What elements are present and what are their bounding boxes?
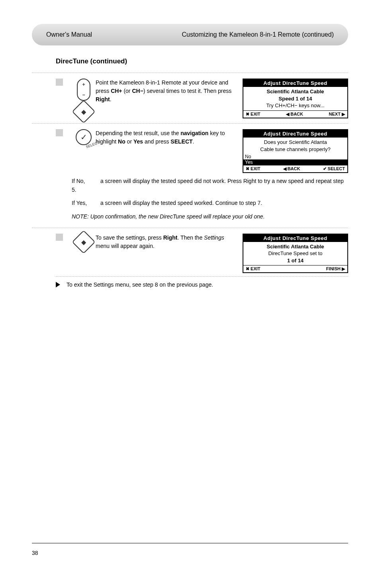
if-yes-text: a screen will display the tested speed w… [100, 200, 262, 206]
step-text: Depending the test result, use the navig… [96, 129, 243, 146]
page-header: Owner's Manual Customizing the Kameleon … [32, 24, 348, 45]
conditional-text: If No, a screen will display the tested … [72, 177, 348, 221]
lcd-line: 1 of 14 [246, 257, 345, 264]
page-rule [32, 543, 348, 543]
lcd-line: DirecTune Speed set to [246, 250, 345, 257]
lcd-title: Adjust DirecTune Speed [243, 79, 347, 87]
navigation-key-icon: ◆ [72, 100, 95, 123]
closing-line: To exit the Settings menu, see step 8 on… [56, 281, 348, 288]
lcd-back: ◀ BACK [283, 166, 300, 171]
lcd-screenshot: Adjust DirecTune Speed Scientific Atlant… [243, 79, 348, 118]
step-7: ◆ To save the settings, press Right. The… [32, 228, 348, 273]
step-5: +− ◆ Point the Kameleon 8-in-1 Remote at… [32, 73, 348, 120]
lcd-option-no: No [243, 154, 347, 159]
lcd-screenshot: Adjust DirecTune Speed Scientific Atlant… [243, 234, 348, 273]
select-key-icon: ✓ [76, 129, 92, 145]
lcd-line: Does your Scientific Atlanta [246, 139, 345, 146]
step-icon-column: ◆ [72, 234, 96, 250]
lcd-line: Try CH+/CH− keys now... [246, 102, 345, 109]
lcd-line: Scientific Atlanta Cable [246, 243, 345, 250]
lcd-exit: ✖ EXIT [246, 166, 261, 171]
divider [56, 276, 348, 277]
lcd-finish: FINISH ▶ [326, 266, 345, 271]
lcd-line: Scientific Atlanta Cable [246, 88, 345, 95]
if-yes-label: If Yes, [72, 199, 99, 208]
if-no-label: If No, [72, 177, 99, 186]
lcd-exit: ✖ EXIT [246, 112, 261, 117]
lcd-line: Cable tune channels properly? [246, 146, 345, 153]
lcd-next: NEXT ▶ [329, 112, 345, 117]
closing-text: To exit the Settings menu, see step 8 on… [67, 281, 213, 288]
lcd-option-yes: Yes [243, 159, 347, 165]
step-bullet [56, 129, 63, 136]
lcd-line: Speed 1 of 14 [246, 95, 345, 102]
navigation-key-icon: ◆ [72, 230, 95, 254]
lcd-select: ✔ SELECT [323, 166, 345, 171]
lcd-title: Adjust DirecTune Speed [243, 130, 347, 138]
caret-right-icon [56, 282, 60, 287]
step-6: ✓ Depending the test result, use the nav… [32, 123, 348, 173]
note-text: NOTE: Upon confirmation, the new DirecTu… [72, 213, 265, 220]
lcd-exit: ✖ EXIT [246, 266, 261, 271]
header-left: Owner's Manual [46, 31, 92, 38]
header-right: Customizing the Kameleon 8-in-1 Remote (… [182, 31, 334, 38]
step-icon-column: ✓ [72, 129, 96, 145]
step-text: To save the settings, press Right. Then … [96, 234, 243, 250]
if-no-text: a screen will display the tested speed d… [72, 178, 344, 193]
page-number: 38 [32, 550, 38, 556]
lcd-back: ◀ BACK [286, 112, 303, 117]
section-title: DirecTune (continued) [56, 57, 348, 65]
step-bullet [56, 234, 63, 241]
step-bullet [56, 79, 63, 86]
step-text: Point the Kameleon 8-in-1 Remote at your… [96, 79, 243, 104]
lcd-screenshot: Adjust DirecTune Speed Does your Scienti… [243, 129, 348, 173]
channel-key-icon: +− [77, 79, 90, 101]
step-icon-column: +− ◆ [72, 79, 96, 120]
lcd-title: Adjust DirecTune Speed [243, 234, 347, 242]
